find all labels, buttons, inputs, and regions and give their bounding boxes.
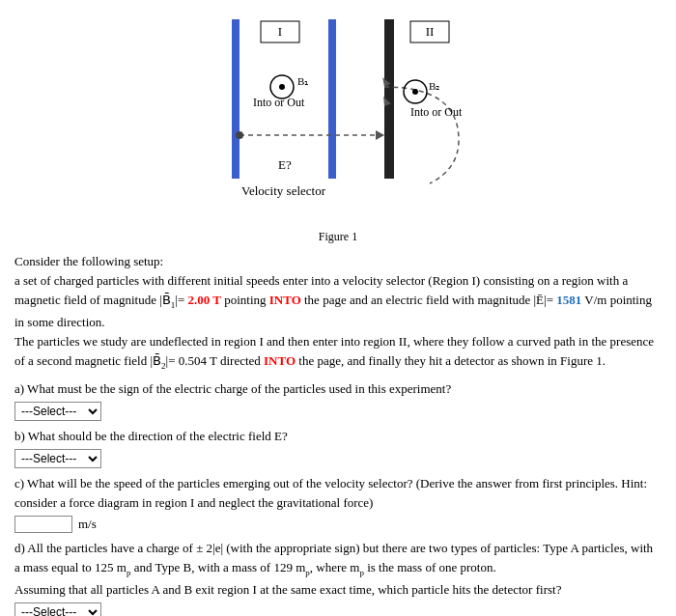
svg-rect-1	[328, 19, 336, 179]
svg-text:Velocity selector: Velocity selector	[241, 183, 326, 198]
desc1b: pointing INTO the page and an electric f…	[221, 293, 556, 307]
physics-diagram: I II B₁ Into or Out B₂ Into or Out E? Ve…	[135, 10, 541, 222]
intro-text: Consider the following setup:	[14, 254, 163, 268]
figure-container: I II B₁ Into or Out B₂ Into or Out E? Ve…	[14, 10, 662, 222]
qb-select[interactable]: ---Select--- Upward Downward Left Right	[14, 449, 101, 468]
svg-text:B₂: B₂	[429, 80, 439, 92]
qb-select-row: ---Select--- Upward Downward Left Right	[14, 449, 662, 468]
svg-point-12	[279, 84, 285, 90]
question-a-block: a) What must be the sign of the electric…	[14, 379, 662, 421]
question-c-block: c) What will be the speed of the particl…	[14, 474, 662, 533]
problem-description: Consider the following setup: a set of c…	[14, 252, 662, 374]
svg-text:E?: E?	[278, 157, 292, 172]
svg-text:I: I	[278, 24, 282, 39]
question-b-block: b) What should be the direction of the e…	[14, 427, 662, 468]
svg-point-21	[236, 131, 243, 139]
qc-speed-input[interactable]	[14, 516, 72, 533]
qa-select-row: ---Select--- Positive Negative	[14, 402, 662, 421]
qb-label: b) What should be the direction of the e…	[14, 429, 288, 443]
figure-caption-text: Figure 1	[319, 230, 357, 243]
svg-text:Into or Out: Into or Out	[410, 105, 463, 119]
e-value: 1581	[556, 293, 581, 307]
qa-select[interactable]: ---Select--- Positive Negative	[14, 402, 101, 421]
qd-label: d) All the particles have a charge of ± …	[14, 541, 653, 597]
question-d-block: d) All the particles have a charge of ± …	[14, 539, 662, 616]
qc-unit: m/s	[78, 517, 97, 532]
desc2: The particles we study are undeflected i…	[14, 334, 654, 368]
qd-select-row: ---Select--- Type A Type B	[14, 602, 662, 616]
qa-label: a) What must be the sign of the electric…	[14, 381, 451, 396]
svg-marker-8	[376, 130, 384, 140]
svg-text:B₁: B₁	[297, 75, 308, 87]
b1-value: 2.00 T	[187, 293, 220, 307]
svg-rect-0	[232, 19, 239, 179]
qd-select[interactable]: ---Select--- Type A Type B	[14, 602, 101, 616]
svg-point-16	[412, 89, 418, 95]
qc-input-row: m/s	[14, 516, 662, 533]
qc-label: c) What will be the speed of the particl…	[14, 476, 647, 510]
svg-text:II: II	[426, 24, 435, 39]
figure-caption: Figure 1	[14, 230, 662, 244]
svg-text:Into or Out: Into or Out	[253, 96, 305, 109]
